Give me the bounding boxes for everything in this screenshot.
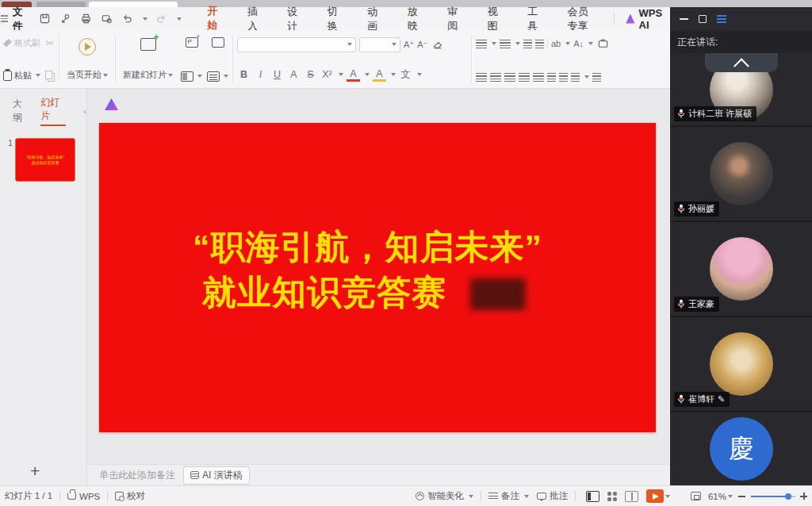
reading-view-button[interactable] xyxy=(625,491,638,502)
participant-tile[interactable]: 孙丽媛 xyxy=(670,125,812,220)
numbered-list-caret[interactable] xyxy=(515,42,520,45)
slides-tab[interactable]: 幻灯片 xyxy=(40,96,66,126)
file-menu-button[interactable]: 文件 xyxy=(13,5,31,33)
redo-icon[interactable] xyxy=(155,12,168,25)
wps-ai-button[interactable]: WPS AI xyxy=(626,7,670,31)
customize-toolbar-caret[interactable] xyxy=(177,17,182,21)
bullet-list-icon[interactable] xyxy=(476,40,487,48)
outline-tab[interactable]: 大纲 xyxy=(13,98,29,125)
print-preview-icon[interactable] xyxy=(100,12,113,25)
window-tab-inactive[interactable] xyxy=(36,2,86,7)
bullet-list-caret[interactable] xyxy=(492,42,496,45)
wps-tools-button[interactable]: WPS xyxy=(67,492,100,501)
new-slide-button[interactable]: 新建幻灯片 xyxy=(120,36,176,82)
participant-tile[interactable]: 慶 xyxy=(670,411,812,485)
highlight-caret[interactable] xyxy=(391,73,396,76)
collapse-chevron-up[interactable] xyxy=(705,53,778,72)
notes-toggle-button[interactable]: 备注 xyxy=(488,490,529,502)
zoom-out-button[interactable] xyxy=(738,496,745,497)
start-slideshow-button[interactable] xyxy=(646,489,664,503)
undo-dropdown-caret[interactable] xyxy=(143,17,147,21)
window-tab-active-document[interactable] xyxy=(89,2,178,7)
align-objects-icon[interactable] xyxy=(592,73,601,82)
slideshow-caret[interactable] xyxy=(665,495,670,498)
font-color-caret[interactable] xyxy=(365,73,370,76)
participant-tile[interactable]: 崔博轩 ✎ xyxy=(670,316,812,411)
comments-button[interactable]: 批注 xyxy=(537,490,568,502)
numbered-list-icon[interactable] xyxy=(500,40,511,48)
decrease-indent-icon[interactable] xyxy=(523,40,532,48)
distribute-text-icon[interactable] xyxy=(533,73,544,82)
wps-ai-floating-icon[interactable] xyxy=(105,98,118,110)
section-caret[interactable] xyxy=(224,75,228,78)
grow-font-button[interactable]: A⁺ xyxy=(404,40,414,50)
slide-layout-icon[interactable] xyxy=(181,71,193,82)
font-color-button[interactable]: A xyxy=(347,68,360,82)
bold-button[interactable]: B xyxy=(237,69,251,80)
font-name-dropdown[interactable] xyxy=(237,37,356,52)
underline-button[interactable]: U xyxy=(270,69,284,80)
layout-caret[interactable] xyxy=(197,75,202,78)
normal-view-button[interactable] xyxy=(586,491,599,502)
smart-beautify-button[interactable]: 智能美化 xyxy=(416,490,473,502)
highlight-color-button[interactable]: A xyxy=(373,68,386,82)
add-slide-button[interactable]: + xyxy=(30,462,40,481)
minimize-icon[interactable] xyxy=(680,18,688,20)
collapse-panel-arrow[interactable]: ‹ xyxy=(83,106,86,116)
zoom-level-caret[interactable] xyxy=(728,495,733,498)
text-effects-button[interactable]: 文 xyxy=(399,68,412,82)
font-size-dropdown[interactable] xyxy=(359,37,400,52)
char-style-button[interactable]: A xyxy=(287,69,301,80)
participant-list-icon[interactable] xyxy=(717,15,726,23)
clear-format-icon[interactable] xyxy=(431,38,444,52)
text-direction-caret[interactable] xyxy=(588,42,593,45)
ribbon-separator xyxy=(59,36,59,83)
zoom-slider[interactable] xyxy=(751,496,795,497)
cut-icon[interactable]: ✂ xyxy=(46,37,55,49)
format-painter-button[interactable]: 格式刷 xyxy=(3,37,40,49)
superscript-caret[interactable] xyxy=(339,73,343,76)
char-spacing-caret[interactable] xyxy=(565,42,570,45)
text-direction-button[interactable]: A↓ xyxy=(573,39,584,48)
superscript-button[interactable]: X² xyxy=(320,69,334,80)
ai-speech-draft-button[interactable]: AI 演讲稿 xyxy=(183,466,250,485)
export-pdf-icon[interactable] xyxy=(59,12,72,25)
participant-tile[interactable]: 王家豪 xyxy=(670,220,812,316)
slide-thumbnail[interactable]: “职海引航，知启未来” 就业知识竞答赛 xyxy=(15,138,75,182)
shrink-font-button[interactable]: A⁻ xyxy=(417,40,427,50)
zoom-slider-knob[interactable] xyxy=(785,493,791,500)
notes-placeholder[interactable]: 单击此处添加备注 xyxy=(99,469,175,482)
zoom-in-button[interactable] xyxy=(800,493,807,500)
align-center-icon[interactable] xyxy=(490,73,501,82)
main-menu-icon[interactable] xyxy=(1,15,8,22)
copy-icon[interactable] xyxy=(45,71,52,79)
text-effects-caret[interactable] xyxy=(417,73,422,76)
maximize-icon[interactable] xyxy=(699,15,707,23)
align-justify-icon[interactable] xyxy=(519,73,530,82)
paragraph-spacing-icon[interactable] xyxy=(571,73,580,82)
italic-button[interactable]: I xyxy=(254,69,267,80)
strikethrough-button[interactable]: S xyxy=(304,69,317,80)
save-icon[interactable] xyxy=(38,12,52,25)
proofread-button[interactable]: 校对 xyxy=(115,490,145,502)
slide-canvas[interactable]: “职海引航，知启未来” 就业知识竞答赛 xyxy=(99,123,656,432)
fit-to-window-icon[interactable] xyxy=(691,492,701,500)
paste-button[interactable]: 粘贴 xyxy=(3,70,40,82)
line-spacing-icon[interactable] xyxy=(547,73,556,82)
section-icon[interactable] xyxy=(207,71,220,82)
participant-tile[interactable]: 计科二班 许展硕 xyxy=(670,53,812,125)
slide-sorter-view-button[interactable] xyxy=(607,492,611,496)
slide-from-template-icon[interactable] xyxy=(186,37,198,48)
increase-indent-icon[interactable] xyxy=(535,40,544,48)
zoom-level[interactable]: 61% xyxy=(708,492,726,501)
align-left-icon[interactable] xyxy=(476,73,487,82)
play-from-current-button[interactable]: 当页开始 xyxy=(63,36,111,82)
char-spacing-button[interactable]: ab xyxy=(551,39,561,48)
align-right-icon[interactable] xyxy=(504,73,515,82)
insert-textbox-icon[interactable] xyxy=(596,37,610,51)
column-spacing-icon[interactable] xyxy=(559,73,568,82)
print-icon[interactable] xyxy=(79,12,93,25)
reuse-slides-icon[interactable] xyxy=(212,37,224,48)
undo-icon[interactable] xyxy=(121,12,134,25)
paragraph-spacing-caret[interactable] xyxy=(584,75,589,79)
